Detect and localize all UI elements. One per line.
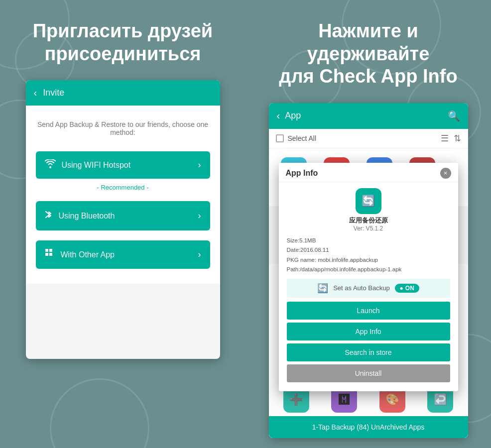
svg-rect-2 — [45, 253, 48, 256]
bluetooth-icon — [45, 209, 53, 223]
select-all-checkbox[interactable] — [276, 134, 284, 142]
bottom-bar-label: 1-Tap Backup (84) UnArchived Apps — [312, 423, 425, 431]
wifi-icon — [45, 159, 56, 171]
recommended-label: - Recommended - — [36, 184, 210, 191]
launch-button[interactable]: Launch — [287, 302, 450, 320]
phone-right-header: ‹ App 🔍 — [269, 103, 468, 129]
dialog-app-name: 应用备份还原 — [349, 216, 388, 225]
select-all-bar: Select All ☰ ⇅ — [269, 129, 468, 148]
phone-right: ‹ App 🔍 Select All ☰ ⇅ 🔄 — [269, 103, 468, 438]
invite-desc: Send App Backup & Restore to our friends… — [36, 120, 210, 136]
app-info-button[interactable]: App Info — [287, 323, 450, 340]
dialog-app-icon: 🔄 — [356, 188, 381, 214]
bluetooth-button-label: Using Bluetooth — [59, 212, 115, 221]
phone-left-header: ‹ Invite — [26, 80, 220, 106]
uninstall-button[interactable]: Uninstall — [287, 364, 450, 382]
wifi-button-label: Using WIFI Hotspot — [62, 161, 131, 170]
grid-icon — [45, 248, 55, 261]
wifi-chevron-icon: › — [198, 160, 201, 170]
app-info-dialog: App Info × 🔄 应用备份还原 Ver: V5.1.2 Size:5.1… — [279, 163, 458, 391]
toggle-label: ON — [405, 285, 414, 292]
phone-left: ‹ Invite Send App Backup & Restore to ou… — [26, 80, 220, 359]
dialog-header: App Info × — [279, 163, 458, 182]
dialog-title: App Info — [286, 169, 318, 178]
auto-backup-icon: 🔄 — [317, 283, 328, 294]
dialog-date: Date:2016.08.11 — [287, 245, 450, 255]
bottom-bar[interactable]: 1-Tap Backup (84) UnArchived Apps — [269, 416, 468, 438]
search-icon[interactable]: 🔍 — [448, 110, 460, 122]
dialog-meta: Size:5.1MB Date:2016.08.11 PKG name: mob… — [287, 236, 450, 275]
dialog-path: Path:/data/app/mobi.infolife.appbackup-1… — [287, 265, 450, 275]
filter-icon[interactable]: ⇅ — [454, 133, 461, 144]
dialog-size: Size:5.1MB — [287, 236, 450, 246]
auto-backup-row: 🔄 Set as Auto Backup ● ON — [287, 279, 450, 298]
svg-rect-3 — [49, 253, 52, 256]
other-app-chevron-icon: › — [198, 249, 201, 260]
phone-right-title: App — [285, 111, 301, 121]
dialog-close-button[interactable]: × — [440, 168, 451, 179]
search-in-store-button[interactable]: Search in store — [287, 343, 450, 361]
dialog-app-ver: Ver: V5.1.2 — [354, 225, 383, 232]
left-heading: Пригласить друзей присоединиться — [33, 20, 213, 65]
dialog-body: 🔄 应用备份还原 Ver: V5.1.2 Size:5.1MB Date:201… — [279, 182, 458, 391]
right-heading: Нажмите и удерживайте для Check App Info — [255, 20, 481, 88]
svg-rect-0 — [45, 249, 48, 252]
other-app-button-label: With Other App — [61, 250, 115, 259]
back-arrow-icon[interactable]: ‹ — [34, 87, 37, 99]
left-panel: Пригласить друзей присоединиться ‹ Invit… — [0, 0, 246, 448]
list-view-icon[interactable]: ☰ — [441, 133, 449, 144]
toggle-indicator: ● — [400, 285, 403, 292]
other-app-button[interactable]: With Other App › — [36, 240, 210, 269]
auto-backup-toggle[interactable]: ● ON — [395, 284, 419, 293]
wifi-hotspot-button[interactable]: Using WIFI Hotspot › — [36, 151, 210, 179]
select-all-label: Select All — [288, 134, 317, 142]
bluetooth-button[interactable]: Using Bluetooth › — [36, 201, 210, 230]
right-panel: Нажмите и удерживайте для Check App Info… — [246, 0, 491, 448]
phone-left-title: Invite — [43, 88, 64, 98]
dialog-pkg: PKG name: mobi.infolife.appbackup — [287, 255, 450, 265]
bluetooth-chevron-icon: › — [198, 211, 201, 221]
auto-backup-label: Set as Auto Backup — [333, 284, 389, 292]
svg-rect-1 — [49, 249, 52, 252]
back-arrow-right-icon[interactable]: ‹ — [277, 110, 280, 121]
